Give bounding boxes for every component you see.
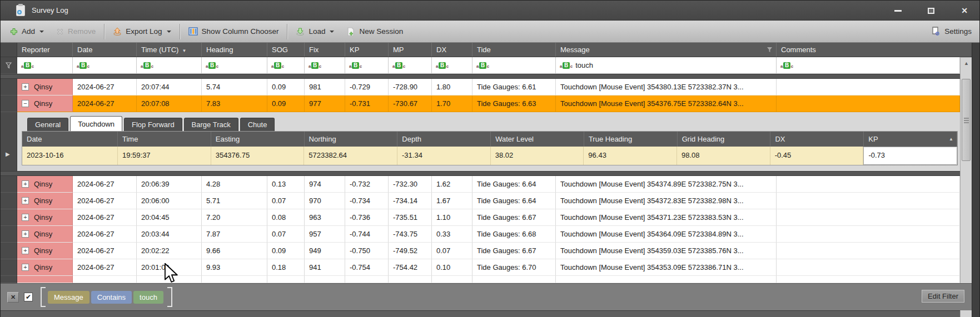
- filter-field-chip[interactable]: Message: [48, 291, 89, 304]
- detail-kp-cell-editor[interactable]: -0.73: [863, 147, 957, 165]
- detail-column-depth[interactable]: Depth: [397, 132, 491, 147]
- tab-barge-track[interactable]: Barge Track: [184, 118, 238, 131]
- tab-touchdown[interactable]: Touchdown: [70, 116, 122, 131]
- filter-cell-message[interactable]: aBctouch: [556, 57, 777, 74]
- detail-column-date[interactable]: Date: [22, 132, 118, 147]
- detail-column-true-heading[interactable]: True Heading: [584, 132, 678, 147]
- column-header-kp[interactable]: KP: [345, 43, 389, 57]
- filter-cell-reporter[interactable]: aBc: [17, 57, 73, 74]
- row-gutter: [1, 95, 17, 112]
- column-header-reporter[interactable]: Reporter: [17, 43, 73, 57]
- column-header-mp[interactable]: MP: [389, 43, 432, 57]
- filter-close-button[interactable]: ✕: [7, 292, 19, 303]
- expand-icon[interactable]: +: [22, 180, 29, 188]
- detail-gutter: ▶: [1, 112, 17, 171]
- tab-flop-forward[interactable]: Flop Forward: [124, 118, 182, 131]
- detail-column-northing[interactable]: Northing: [305, 132, 398, 147]
- detail-column-time[interactable]: Time: [118, 132, 211, 147]
- filter-panel: ✕ ✔ Message Contains touch Edit Filter: [1, 283, 973, 310]
- toolbar-separator: [104, 24, 105, 39]
- column-header-comments[interactable]: Comments: [777, 43, 972, 57]
- kp-cell: -0.734: [345, 193, 389, 209]
- mp-cell: -730.67: [389, 95, 432, 112]
- filter-cell-time[interactable]: aBc: [137, 57, 202, 74]
- column-header-dx[interactable]: DX: [432, 43, 472, 57]
- tab-chute[interactable]: Chute: [240, 118, 275, 131]
- expand-icon[interactable]: +: [22, 197, 29, 204]
- minimize-button[interactable]: [891, 5, 905, 16]
- filter-cell-dx[interactable]: aBc: [432, 57, 472, 74]
- detail-column-easting[interactable]: Easting: [211, 132, 305, 147]
- scroll-up-icon[interactable]: ▲: [961, 58, 972, 69]
- detail-column-water-level[interactable]: Water Level: [491, 132, 584, 147]
- filter-operator-chip[interactable]: Contains: [91, 291, 132, 304]
- column-header-time[interactable]: Time (UTC)▼: [137, 43, 202, 57]
- table-row[interactable]: + Qinsy 2024-06-27 20:01:03 9.93 0.18 94…: [1, 259, 960, 276]
- detail-row[interactable]: 2023-10-16 19:59:37 354376.75 5723382.64…: [22, 147, 957, 165]
- time-cell: 20:06:39: [137, 176, 202, 193]
- close-button[interactable]: ✕: [957, 5, 972, 16]
- filter-cell-comments[interactable]: aBc: [777, 57, 960, 74]
- date-cell: 2024-06-27: [73, 95, 137, 112]
- expand-icon[interactable]: +: [22, 264, 29, 271]
- detail-column-grid-heading[interactable]: Grid Heading: [678, 132, 771, 147]
- show-column-chooser-button[interactable]: Show Column Chooser: [182, 23, 285, 40]
- dx-cell: 1.80: [432, 79, 472, 95]
- message-cell: Touchdown [Mouse Event] 354372.83E 57233…: [556, 193, 777, 209]
- column-header-tide[interactable]: Tide: [472, 43, 556, 57]
- settings-button[interactable]: ⚙ Settings: [932, 27, 972, 36]
- column-header-heading[interactable]: Heading: [202, 43, 267, 57]
- maximize-button[interactable]: [924, 5, 938, 16]
- scrollbar-thumb[interactable]: [962, 79, 971, 161]
- table-row[interactable]: + Qinsy 2024-06-27 20:04:45 7.20 0.08 96…: [1, 209, 960, 226]
- filter-cell-kp[interactable]: aBc: [345, 57, 389, 74]
- detail-panel: ▶ General Touchdown Flop Forward Barge T…: [1, 112, 960, 171]
- export-log-button[interactable]: Export Log: [107, 23, 177, 40]
- new-session-button[interactable]: New Session: [340, 23, 409, 40]
- column-header-sog[interactable]: SOG: [267, 43, 305, 57]
- add-button[interactable]: Add: [4, 23, 50, 40]
- table-row[interactable]: + Qinsy 2024-06-27 20:07:44 5.74 0.09 98…: [1, 79, 960, 95]
- detail-table: Date Time Easting Northing Depth Water L…: [22, 131, 958, 165]
- vertical-scrollbar[interactable]: ▲ ▼: [960, 58, 972, 317]
- edit-filter-button[interactable]: Edit Filter: [922, 290, 964, 303]
- active-filter-funnel-icon[interactable]: [767, 47, 773, 53]
- table-row[interactable]: + Qinsy 2024-06-27 20:02:22 9.66 0.09 94…: [1, 243, 960, 259]
- tab-general[interactable]: General: [27, 118, 68, 131]
- detail-column-dx[interactable]: DX: [770, 132, 864, 147]
- scroll-down-icon[interactable]: ▼: [961, 314, 972, 317]
- filter-cell-date[interactable]: aBc: [73, 57, 137, 74]
- filter-cell-sog[interactable]: aBc: [267, 57, 305, 74]
- table-row[interactable]: + Qinsy 2024-06-27 20:06:00 5.71 0.07 97…: [1, 193, 960, 209]
- table-row[interactable]: − Qinsy 2024-06-27 20:07:08 7.83 0.09 97…: [1, 95, 960, 112]
- filter-value-chip[interactable]: touch: [133, 291, 163, 304]
- mouse-cursor: [164, 263, 180, 284]
- filter-cell-tide[interactable]: aBc: [472, 57, 556, 74]
- time-cell: 20:04:45: [137, 209, 202, 226]
- filter-cell-fix[interactable]: aBc: [305, 57, 345, 74]
- table-row[interactable]: + Qinsy 2024-06-27 20:06:39 4.28 0.13 97…: [1, 176, 960, 193]
- load-button[interactable]: Load: [290, 23, 340, 40]
- heading-cell: 9.66: [202, 243, 267, 259]
- column-header-fix[interactable]: Fix: [305, 43, 345, 57]
- detail-water-level-cell: 38.02: [491, 147, 584, 165]
- expand-icon[interactable]: +: [22, 230, 29, 238]
- expand-icon[interactable]: +: [22, 247, 29, 254]
- filter-cell-heading[interactable]: aBc: [202, 57, 267, 74]
- column-header-date[interactable]: Date: [73, 43, 137, 57]
- chevron-down-icon: [330, 31, 334, 33]
- abc-type-icon: aBc: [21, 62, 34, 69]
- filter-cell-mp[interactable]: aBc: [389, 57, 432, 74]
- remove-button[interactable]: Remove: [50, 23, 102, 40]
- expand-icon[interactable]: +: [22, 83, 29, 90]
- column-header-message[interactable]: Message: [556, 43, 777, 57]
- detail-column-kp[interactable]: KP▲: [864, 132, 957, 147]
- filter-enabled-checkbox[interactable]: ✔: [24, 293, 33, 301]
- sog-cell: 0.07: [267, 193, 305, 209]
- expand-icon[interactable]: −: [22, 100, 29, 107]
- survey-log-app-icon: [16, 5, 25, 16]
- window-bottom-edge: [1, 310, 973, 317]
- table-row[interactable]: + Qinsy 2024-06-27 20:03:44 7.87 0.07 95…: [1, 226, 960, 243]
- expand-icon[interactable]: +: [22, 214, 29, 221]
- detail-time-cell: 19:59:37: [118, 147, 211, 165]
